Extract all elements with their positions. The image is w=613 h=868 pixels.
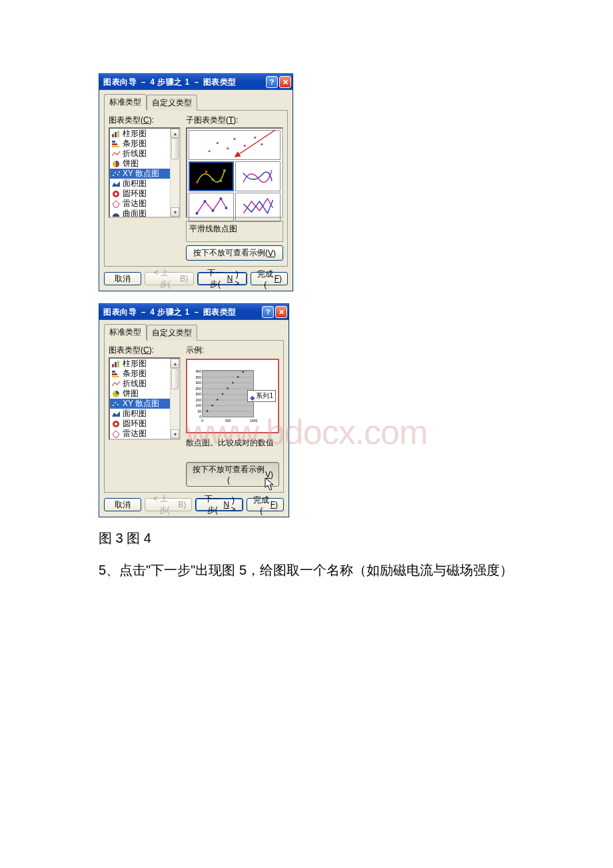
scroll-up-button[interactable]: ▴ [171, 129, 179, 138]
subtype-straight-line-markers[interactable] [189, 193, 234, 222]
svg-point-10 [119, 171, 120, 173]
help-button[interactable]: ? [262, 306, 274, 318]
chart-description: 散点图。比较成对的数值 [186, 437, 279, 449]
svg-rect-0 [112, 134, 114, 137]
svg-marker-13 [113, 201, 119, 207]
list-item-selected[interactable]: XY 散点图 [110, 399, 170, 409]
list-item[interactable]: 圆环图 [110, 189, 170, 199]
finish-button[interactable]: 完成(F) [251, 272, 288, 285]
subtype-description: 平滑线散点图 [186, 221, 283, 242]
chart-type-label: 图表类型(C): [109, 345, 181, 356]
chart-preview: 0 50 100 150 200 250 300 350 400 [186, 359, 279, 433]
tab-custom[interactable]: 自定义类型 [147, 95, 197, 111]
scroll-up-button[interactable]: ▴ [171, 359, 179, 368]
tab-standard[interactable]: 标准类型 [104, 324, 147, 341]
svg-point-16 [227, 147, 229, 149]
scroll-thumb[interactable] [171, 138, 179, 159]
chart-type-label: 图表类型(C): [109, 115, 181, 126]
subtype-straight-line[interactable] [235, 193, 281, 222]
svg-text:1000: 1000 [250, 419, 258, 423]
list-item[interactable]: 雷达图 [110, 429, 170, 439]
tab-standard[interactable]: 标准类型 [104, 94, 147, 111]
svg-text:50: 50 [197, 409, 201, 413]
close-button[interactable]: ✕ [275, 306, 287, 318]
chart-wizard-dialog-2: 图表向导 － 4 步骤之 1 － 图表类型 ? ✕ 标准类型 自定义类型 图表类… [99, 303, 289, 517]
cancel-button[interactable]: 取消 [104, 272, 141, 285]
surface-chart-icon [111, 440, 121, 441]
list-item[interactable]: 曲面图 [110, 209, 170, 218]
svg-point-41 [117, 404, 119, 405]
sub-type-label: 子图表类型(T): [186, 115, 283, 126]
svg-point-19 [254, 137, 256, 139]
list-item[interactable]: 饼图 [110, 389, 170, 399]
scrollbar[interactable]: ▴ ▾ [170, 129, 179, 217]
list-item[interactable]: 折线图 [110, 149, 170, 159]
list-item[interactable]: 饼图 [110, 159, 170, 169]
list-item[interactable]: 曲面图 [110, 439, 170, 440]
pie-chart-icon [111, 160, 121, 168]
scatter-chart-icon [111, 170, 121, 178]
line-chart-icon [111, 380, 121, 388]
list-item[interactable]: 雷达图 [110, 199, 170, 209]
svg-point-40 [115, 402, 116, 403]
line-chart-icon [111, 150, 121, 158]
svg-point-8 [115, 172, 116, 173]
preview-example-button[interactable]: 按下不放可查看示例(V) [186, 245, 283, 261]
svg-text:250: 250 [196, 387, 202, 391]
chart-type-listbox[interactable]: 柱形图 条形图 折线图 饼图 XY 散点图 面积图 圆环图 雷达图 曲面图 [109, 127, 181, 218]
svg-rect-45 [203, 371, 254, 417]
chart-type-listbox[interactable]: 柱形图 条形图 折线图 饼图 XY 散点图 面积图 圆环图 雷达图 曲面图 [109, 357, 181, 440]
scroll-thumb[interactable] [171, 368, 179, 389]
list-item[interactable]: 柱形图 [110, 129, 170, 139]
finish-button[interactable]: 完成(F) [247, 498, 284, 511]
scrollbar[interactable]: ▴ ▾ [170, 359, 179, 439]
scroll-down-button[interactable]: ▾ [171, 207, 179, 217]
svg-point-14 [209, 150, 211, 152]
window-title: 图表向导 － 4 步骤之 1 － 图表类型 [103, 77, 265, 88]
svg-text:0: 0 [201, 419, 203, 423]
list-item[interactable]: 折线图 [110, 379, 170, 389]
next-button[interactable]: 下一步(N) > [195, 498, 243, 511]
example-label: 示例: [186, 345, 279, 356]
svg-rect-35 [112, 371, 115, 373]
next-button[interactable]: 下一步(N) > [197, 272, 247, 285]
list-item[interactable]: 条形图 [110, 139, 170, 149]
doughnut-chart-icon [111, 190, 121, 198]
area-chart-icon [111, 410, 121, 418]
svg-point-21 [196, 181, 199, 183]
cancel-button[interactable]: 取消 [104, 498, 141, 511]
pie-chart-icon [111, 390, 121, 398]
svg-point-20 [261, 143, 263, 145]
scroll-down-button[interactable]: ▾ [171, 429, 179, 439]
svg-point-23 [211, 178, 214, 181]
list-item[interactable]: 条形图 [110, 369, 170, 379]
list-item[interactable]: 柱形图 [110, 359, 170, 369]
body-text: 5、点击"下一步"出现图 5，给图取一个名称（如励磁电流与磁场强度） [99, 559, 520, 581]
column-chart-icon [111, 130, 121, 138]
radar-chart-icon [111, 200, 121, 208]
svg-rect-3 [112, 141, 115, 143]
svg-text:300: 300 [196, 381, 202, 385]
svg-point-25 [223, 169, 226, 172]
close-button[interactable]: ✕ [279, 76, 291, 88]
svg-point-26 [196, 212, 199, 215]
list-item[interactable]: 面积图 [110, 179, 170, 189]
help-button[interactable]: ? [266, 76, 278, 88]
back-button: < 上一步(B) [145, 272, 194, 285]
list-item[interactable]: 面积图 [110, 409, 170, 419]
subtype-grid[interactable] [186, 127, 283, 218]
svg-point-39 [113, 405, 114, 406]
legend-marker-icon: ◆ [250, 394, 254, 398]
subtype-scatter-points[interactable] [189, 130, 281, 160]
preview-example-button[interactable]: 按下不放可查看示例(V) [186, 462, 279, 487]
tab-custom[interactable]: 自定义类型 [147, 325, 197, 341]
column-chart-icon [111, 360, 121, 368]
subtype-smooth-line[interactable] [235, 161, 281, 191]
svg-text:200: 200 [196, 392, 202, 396]
list-item-selected[interactable]: XY 散点图 [110, 169, 170, 179]
bar-chart-icon [111, 140, 121, 148]
svg-rect-36 [112, 373, 117, 375]
list-item[interactable]: 圆环图 [110, 419, 170, 429]
svg-text:350: 350 [196, 375, 202, 379]
subtype-smooth-line-markers[interactable] [189, 161, 234, 191]
